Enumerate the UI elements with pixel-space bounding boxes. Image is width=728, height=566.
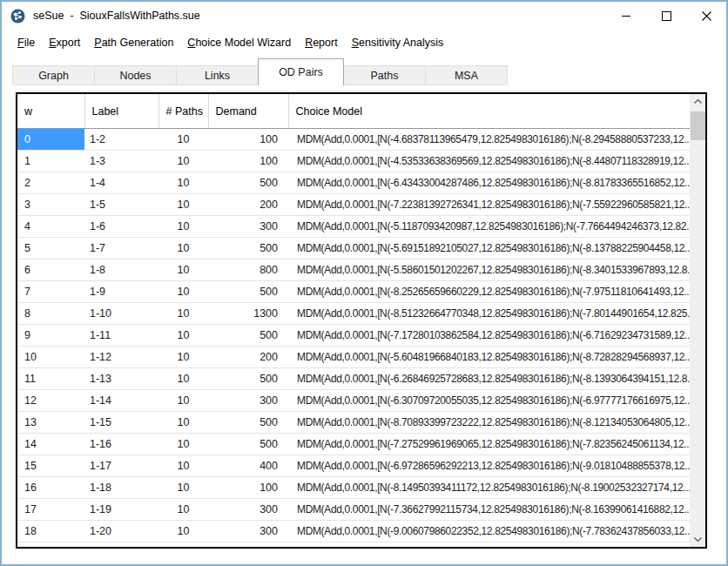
col-header-choice-model[interactable]: Choice Model (288, 94, 690, 129)
cell-demand[interactable]: 100 (208, 477, 288, 499)
cell-label[interactable]: 1-16 (84, 434, 158, 455)
menu-path-generation[interactable]: Path Generation (87, 32, 180, 53)
cell-demand[interactable]: 200 (208, 347, 288, 368)
cell-label[interactable]: 1-10 (84, 303, 158, 325)
menu-choice-model-wizard[interactable]: Choice Model Wizard (180, 32, 298, 53)
tab-graph[interactable]: Graph (12, 65, 95, 85)
cell-num-paths[interactable]: 10 (158, 521, 208, 542)
table-row[interactable]: 3 1-5 10 200 MDM(Add,0.0001,[N(-7.223813… (17, 194, 690, 216)
col-header-demand[interactable]: Demand (208, 94, 288, 129)
cell-w[interactable]: 5 (17, 238, 84, 259)
menu-export[interactable]: Export (42, 32, 87, 53)
cell-demand[interactable]: 100 (208, 151, 288, 172)
cell-w[interactable]: 12 (17, 390, 84, 412)
cell-demand[interactable]: 200 (208, 194, 288, 216)
cell-label[interactable]: 1-3 (84, 151, 158, 172)
table-row[interactable]: 4 1-6 10 300 MDM(Add,0.0001,[N(-5.118709… (17, 216, 690, 238)
cell-w[interactable]: 13 (17, 412, 84, 434)
table-row[interactable]: 17 1-19 10 300 MDM(Add,0.0001,[N(-7.3662… (17, 499, 690, 521)
table-row[interactable]: 12 1-14 10 300 MDM(Add,0.0001,[N(-6.3070… (17, 390, 690, 412)
tab-paths[interactable]: Paths (343, 65, 426, 85)
cell-demand[interactable]: 400 (208, 455, 288, 477)
menu-sensitivity-analysis[interactable]: Sensitivity Analysis (345, 32, 451, 53)
cell-choice-model[interactable]: MDM(Add,0.0001,[N(-8.14950393411172,12.8… (288, 477, 690, 499)
cell-w[interactable]: 1 (17, 151, 84, 172)
cell-choice-model[interactable]: MDM(Add,0.0001,[N(-5.60481966840183,12.8… (288, 347, 690, 368)
table-row[interactable]: 15 1-17 10 400 MDM(Add,0.0001,[N(-6.9728… (17, 455, 690, 477)
cell-label[interactable]: 1-18 (84, 477, 158, 499)
cell-demand[interactable]: 500 (208, 325, 288, 347)
table-row[interactable]: 1 1-3 10 100 MDM(Add,0.0001,[N(-4.535336… (17, 151, 690, 172)
vertical-scrollbar[interactable] (690, 94, 705, 547)
cell-demand[interactable]: 1300 (208, 303, 288, 325)
cell-label[interactable]: 1-5 (84, 194, 158, 216)
cell-demand[interactable]: 500 (208, 238, 288, 259)
cell-demand[interactable]: 800 (208, 259, 288, 281)
cell-label[interactable]: 1-20 (84, 521, 158, 542)
cell-num-paths[interactable]: 10 (158, 281, 208, 303)
cell-demand[interactable]: 300 (208, 216, 288, 238)
cell-choice-model[interactable]: MDM(Add,0.0001,[N(-7.27529961969065,12.8… (288, 434, 690, 455)
table-row[interactable]: 5 1-7 10 500 MDM(Add,0.0001,[N(-5.691518… (17, 238, 690, 259)
table-row[interactable]: 14 1-16 10 500 MDM(Add,0.0001,[N(-7.2752… (17, 434, 690, 455)
table-row[interactable]: 0 1-2 10 100 MDM(Add,0.0001,[N(-4.683781… (17, 129, 690, 151)
cell-num-paths[interactable]: 10 (158, 151, 208, 172)
cell-w[interactable]: 8 (17, 303, 84, 325)
cell-num-paths[interactable]: 10 (158, 238, 208, 259)
cell-w[interactable]: 17 (17, 499, 84, 521)
cell-demand[interactable]: 500 (208, 368, 288, 390)
cell-w[interactable]: 3 (17, 194, 84, 216)
cell-num-paths[interactable]: 10 (158, 172, 208, 194)
cell-w[interactable]: 7 (17, 281, 84, 303)
cell-w[interactable]: 6 (17, 259, 84, 281)
cell-w[interactable]: 16 (17, 477, 84, 499)
table-row[interactable]: 6 1-8 10 800 MDM(Add,0.0001,[N(-5.586015… (17, 259, 690, 281)
close-button[interactable] (686, 2, 726, 30)
cell-label[interactable]: 1-11 (84, 325, 158, 347)
cell-label[interactable]: 1-12 (84, 347, 158, 368)
cell-label[interactable]: 1-8 (84, 259, 158, 281)
tab-msa[interactable]: MSA (425, 65, 508, 85)
cell-demand[interactable]: 500 (208, 412, 288, 434)
cell-label[interactable]: 1-19 (84, 499, 158, 521)
cell-choice-model[interactable]: MDM(Add,0.0001,[N(-5.1187093420987,12.82… (288, 216, 690, 238)
col-header-label[interactable]: Label (84, 94, 158, 129)
cell-num-paths[interactable]: 10 (158, 390, 208, 412)
cell-w[interactable]: 9 (17, 325, 84, 347)
cell-label[interactable]: 1-2 (84, 129, 158, 151)
table-row[interactable]: 8 1-10 10 1300 MDM(Add,0.0001,[N(-8.5123… (17, 303, 690, 325)
cell-demand[interactable]: 300 (208, 521, 288, 542)
scrollbar-thumb[interactable] (691, 111, 705, 140)
cell-num-paths[interactable]: 10 (158, 368, 208, 390)
scroll-down-button[interactable] (691, 532, 705, 547)
cell-w[interactable]: 15 (17, 455, 84, 477)
cell-label[interactable]: 1-15 (84, 412, 158, 434)
cell-choice-model[interactable]: MDM(Add,0.0001,[N(-7.17280103862584,12.8… (288, 325, 690, 347)
table-row[interactable]: 9 1-11 10 500 MDM(Add,0.0001,[N(-7.17280… (17, 325, 690, 347)
cell-num-paths[interactable]: 10 (158, 303, 208, 325)
table-row[interactable]: 11 1-13 10 500 MDM(Add,0.0001,[N(-6.2684… (17, 368, 690, 390)
cell-label[interactable]: 1-17 (84, 455, 158, 477)
cell-w[interactable]: 14 (17, 434, 84, 455)
cell-num-paths[interactable]: 10 (158, 412, 208, 434)
table-row[interactable]: 13 1-15 10 500 MDM(Add,0.0001,[N(-8.7089… (17, 412, 690, 434)
tab-nodes[interactable]: Nodes (94, 65, 177, 85)
menu-report[interactable]: Report (298, 32, 345, 53)
cell-choice-model[interactable]: MDM(Add,0.0001,[N(-8.70893399723222,12.8… (288, 412, 690, 434)
cell-label[interactable]: 1-13 (84, 368, 158, 390)
cell-demand[interactable]: 500 (208, 172, 288, 194)
cell-w[interactable]: 0 (17, 129, 84, 151)
col-header-w[interactable]: w (17, 94, 84, 129)
scroll-up-button[interactable] (691, 94, 705, 109)
cell-label[interactable]: 1-14 (84, 390, 158, 412)
cell-demand[interactable]: 100 (208, 129, 288, 151)
cell-w[interactable]: 10 (17, 347, 84, 368)
cell-num-paths[interactable]: 10 (158, 216, 208, 238)
col-header-num-paths[interactable]: # Paths (158, 94, 208, 129)
cell-num-paths[interactable]: 10 (158, 259, 208, 281)
table-row[interactable]: 16 1-18 10 100 MDM(Add,0.0001,[N(-8.1495… (17, 477, 690, 499)
cell-demand[interactable]: 300 (208, 499, 288, 521)
cell-num-paths[interactable]: 10 (158, 477, 208, 499)
cell-choice-model[interactable]: MDM(Add,0.0001,[N(-4.68378113965479,12.8… (288, 129, 690, 151)
cell-w[interactable]: 18 (17, 521, 84, 542)
